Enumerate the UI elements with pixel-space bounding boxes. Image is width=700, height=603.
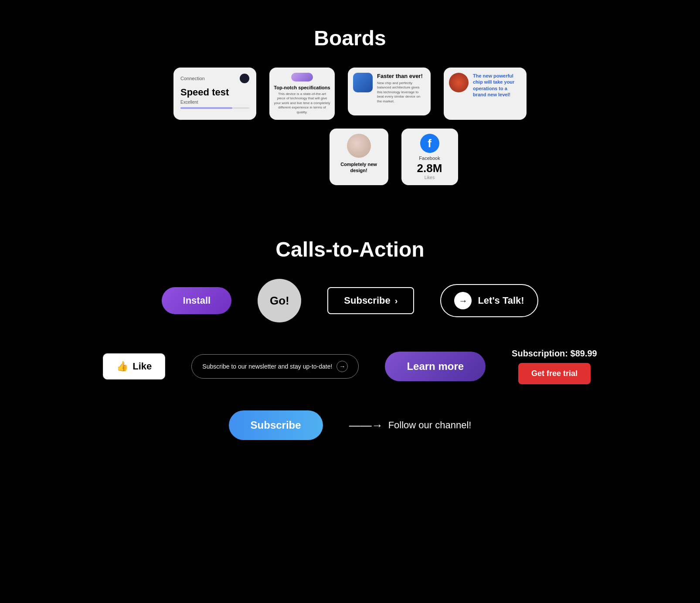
topnotch-card: Top-notch specifications This device is …	[269, 68, 335, 120]
follow-arrow-icon: ——→	[349, 419, 383, 432]
cta-section: Calls-to-Action Install Go! Subscribe › …	[0, 185, 700, 484]
follow-channel-text: Follow our channel!	[388, 420, 472, 431]
faster-desc: New chip and perfectly balanced architec…	[377, 81, 425, 104]
like-label: Like	[133, 361, 152, 372]
boards-row-1: Connection Speed test Excellent Top-notc…	[17, 68, 683, 120]
like-button[interactable]: 👍 Like	[103, 353, 165, 379]
facebook-icon: f	[420, 134, 439, 153]
faster-title: Faster than ever!	[377, 73, 425, 79]
speed-test-card: Connection Speed test Excellent	[173, 68, 256, 120]
design-title: Completely new design!	[335, 161, 383, 174]
facebook-count: 2.8M	[417, 162, 442, 175]
learn-more-button[interactable]: Learn more	[385, 352, 486, 381]
chip-image	[449, 73, 469, 92]
follow-channel-container: ——→ Follow our channel!	[349, 419, 472, 432]
install-button[interactable]: Install	[162, 287, 231, 314]
chip-title: The new powerful chip will take your ope…	[473, 73, 521, 98]
cta-row-1: Install Go! Subscribe › → Let's Talk!	[17, 279, 683, 322]
facebook-name: Facebook	[419, 156, 440, 161]
topnotch-desc: This device is a state-of-the-art piece …	[274, 92, 330, 115]
topnotch-image	[291, 73, 313, 81]
boards-row-2: Completely new design! f Facebook 2.8M L…	[105, 129, 683, 185]
newsletter-label: Subscribe to our newsletter and stay up-…	[202, 363, 332, 370]
design-card: Completely new design!	[330, 129, 388, 185]
lets-talk-arrow-icon: →	[454, 292, 472, 309]
boards-section: Boards Connection Speed test Excellent T…	[0, 0, 700, 185]
newsletter-button[interactable]: Subscribe to our newsletter and stay up-…	[191, 354, 359, 379]
faster-image	[353, 73, 373, 92]
speed-test-progress-fill	[180, 107, 232, 109]
chip-content: The new powerful chip will take your ope…	[473, 73, 521, 99]
speed-test-icon	[240, 74, 249, 83]
lets-talk-button[interactable]: → Let's Talk!	[440, 284, 538, 317]
boards-title: Boards	[17, 0, 683, 68]
subscription-label: Subscription: $89.99	[512, 349, 597, 359]
chip-card: The new powerful chip will take your ope…	[444, 68, 527, 120]
subscribe-outlined-label: Subscribe	[344, 295, 390, 306]
faster-card: Faster than ever! New chip and perfectly…	[348, 68, 431, 115]
cta-title: Calls-to-Action	[17, 211, 683, 279]
subscribe-outlined-button[interactable]: Subscribe ›	[327, 287, 414, 314]
get-trial-button[interactable]: Get free trial	[518, 363, 591, 384]
subscription-box: Subscription: $89.99 Get free trial	[512, 349, 597, 384]
speed-test-header: Connection	[180, 74, 249, 83]
facebook-likes-label: Likes	[425, 175, 435, 180]
topnotch-title: Top-notch specifications	[274, 85, 330, 90]
speed-test-subtitle: Excellent	[180, 100, 249, 105]
speed-test-title: Speed test	[180, 87, 249, 98]
speed-test-progress-bg	[180, 107, 249, 109]
go-button[interactable]: Go!	[258, 279, 301, 322]
yt-subscribe-button[interactable]: Subscribe	[229, 410, 323, 440]
thumbs-up-icon: 👍	[116, 361, 128, 372]
cta-row-3: Subscribe ——→ Follow our channel!	[17, 410, 683, 440]
lets-talk-label: Let's Talk!	[478, 295, 524, 306]
facebook-card: f Facebook 2.8M Likes	[401, 129, 458, 185]
speed-test-label: Connection	[180, 76, 205, 81]
subscription-price: $89.99	[571, 349, 597, 358]
subscribe-chevron-icon: ›	[395, 296, 398, 306]
faster-content: Faster than ever! New chip and perfectly…	[377, 73, 425, 104]
design-image	[347, 134, 371, 158]
subscription-text: Subscription:	[512, 349, 568, 358]
newsletter-arrow-icon: →	[336, 361, 348, 372]
cta-row-2: 👍 Like Subscribe to our newsletter and s…	[17, 349, 683, 384]
